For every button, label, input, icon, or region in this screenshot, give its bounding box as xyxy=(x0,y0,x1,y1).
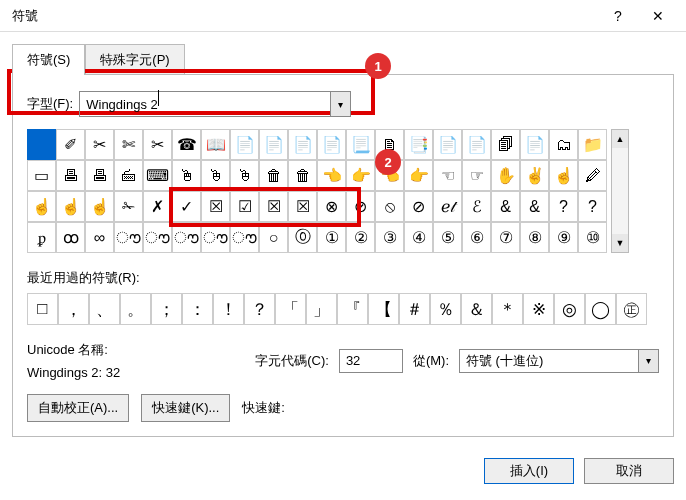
recent-symbol-cell[interactable]: ㊣ xyxy=(616,293,647,325)
symbol-cell[interactable]: 🖶 xyxy=(85,160,114,191)
symbol-cell[interactable]: ꝏ xyxy=(56,222,85,253)
from-select[interactable]: 符號 (十進位) ▾ xyxy=(459,349,659,373)
symbol-cell[interactable]: ☎ xyxy=(172,129,201,160)
symbol-cell[interactable]: ൗ xyxy=(230,222,259,253)
chevron-down-icon[interactable]: ▾ xyxy=(330,92,350,116)
symbol-cell[interactable]: ▭ xyxy=(27,160,56,191)
symbol-cell[interactable]: ൗ xyxy=(201,222,230,253)
recent-symbol-cell[interactable]: ＆ xyxy=(461,293,492,325)
symbol-cell[interactable]: ⌨ xyxy=(143,160,172,191)
scroll-track[interactable] xyxy=(612,148,628,234)
symbol-cell[interactable]: ⑥ xyxy=(462,222,491,253)
symbol-cell[interactable]: 👈 xyxy=(375,160,404,191)
recent-symbol-cell[interactable]: 。 xyxy=(120,293,151,325)
symbol-cell[interactable]: ⑦ xyxy=(491,222,520,253)
symbol-cell[interactable]: 👉 xyxy=(346,160,375,191)
cancel-button[interactable]: 取消 xyxy=(584,458,674,484)
symbol-cell[interactable]: ④ xyxy=(404,222,433,253)
symbol-cell[interactable]: ✋ xyxy=(491,160,520,191)
symbol-cell[interactable]: 👈 xyxy=(317,160,346,191)
symbol-cell[interactable]: & xyxy=(520,191,549,222)
symbol-cell[interactable]: ൗ xyxy=(143,222,172,253)
recent-symbol-cell[interactable]: ＊ xyxy=(492,293,523,325)
symbol-cell[interactable]: ☝ xyxy=(549,160,578,191)
symbol-cell[interactable]: ൗ xyxy=(172,222,201,253)
autocorrect-button[interactable]: 自動校正(A)... xyxy=(27,394,129,422)
symbol-cell[interactable]: ∞ xyxy=(85,222,114,253)
recent-symbol-cell[interactable]: ◯ xyxy=(585,293,616,325)
symbol-cell[interactable]: ✂ xyxy=(85,129,114,160)
symbol-cell[interactable]: ⑧ xyxy=(520,222,549,253)
symbol-cell[interactable]: ☒ xyxy=(288,191,317,222)
symbol-cell[interactable]: ✁ xyxy=(114,191,143,222)
symbol-cell[interactable]: 🖰 xyxy=(201,160,230,191)
char-code-input[interactable] xyxy=(339,349,403,373)
recent-symbol-cell[interactable]: ◎ xyxy=(554,293,585,325)
symbol-cell[interactable] xyxy=(27,129,56,160)
shortcut-key-button[interactable]: 快速鍵(K)... xyxy=(141,394,230,422)
tab-special-chars[interactable]: 特殊字元(P) xyxy=(85,44,184,75)
symbol-cell[interactable]: 👉 xyxy=(404,160,433,191)
symbol-cell[interactable]: & xyxy=(491,191,520,222)
symbol-cell[interactable]: ☝ xyxy=(56,191,85,222)
symbol-cell[interactable]: ✗ xyxy=(143,191,172,222)
recent-symbol-cell[interactable]: 」 xyxy=(306,293,337,325)
symbol-cell[interactable]: ᵱ xyxy=(27,222,56,253)
symbol-cell[interactable]: ② xyxy=(346,222,375,253)
symbol-cell[interactable]: ☒ xyxy=(259,191,288,222)
symbol-cell[interactable]: 📄 xyxy=(288,129,317,160)
symbol-cell[interactable]: ○ xyxy=(259,222,288,253)
symbol-cell[interactable]: 🖮 xyxy=(114,160,143,191)
recent-symbol-cell[interactable]: ， xyxy=(58,293,89,325)
scroll-down-icon[interactable]: ▼ xyxy=(612,234,628,252)
symbol-cell[interactable]: ൗ xyxy=(114,222,143,253)
symbol-cell[interactable]: ℯ𝓉 xyxy=(433,191,462,222)
font-select[interactable]: Wingdings 2 ▾ xyxy=(79,91,351,117)
recent-symbol-cell[interactable]: 、 xyxy=(89,293,120,325)
symbol-cell[interactable]: 📄 xyxy=(230,129,259,160)
symbol-cell[interactable]: ℰ xyxy=(462,191,491,222)
recent-symbol-cell[interactable]: 『 xyxy=(337,293,368,325)
symbol-cell[interactable]: 🖱 xyxy=(172,160,201,191)
symbol-cell[interactable]: ⊗ xyxy=(317,191,346,222)
symbol-cell[interactable]: 🗎 xyxy=(375,129,404,160)
symbol-cell[interactable]: ☝ xyxy=(27,191,56,222)
tab-symbols[interactable]: 符號(S) xyxy=(12,44,85,75)
chevron-down-icon[interactable]: ▾ xyxy=(638,350,658,372)
symbol-cell[interactable]: ⊘ xyxy=(404,191,433,222)
symbol-cell[interactable]: ⓪ xyxy=(288,222,317,253)
symbol-cell[interactable]: ⑤ xyxy=(433,222,462,253)
symbol-cell[interactable]: ✂ xyxy=(143,129,172,160)
symbol-cell[interactable]: 🗐 xyxy=(491,129,520,160)
symbol-cell[interactable]: ⑩ xyxy=(578,222,607,253)
symbol-cell[interactable]: ✌ xyxy=(520,160,549,191)
symbol-cell[interactable]: ⊘ xyxy=(346,191,375,222)
recent-symbol-cell[interactable]: ？ xyxy=(244,293,275,325)
symbol-cell[interactable]: ⦸ xyxy=(375,191,404,222)
symbol-cell[interactable]: 🗂 xyxy=(549,129,578,160)
symbol-cell[interactable]: ✄ xyxy=(114,129,143,160)
symbol-cell[interactable]: 🖰 xyxy=(230,160,259,191)
symbol-cell[interactable]: 📄 xyxy=(520,129,549,160)
symbol-cell[interactable]: ③ xyxy=(375,222,404,253)
symbol-cell[interactable]: 📄 xyxy=(433,129,462,160)
scrollbar[interactable]: ▲ ▼ xyxy=(611,129,629,253)
symbol-cell[interactable]: ☑ xyxy=(230,191,259,222)
symbol-cell[interactable]: ✓ xyxy=(172,191,201,222)
symbol-cell[interactable]: ⑨ xyxy=(549,222,578,253)
symbol-cell[interactable]: ? xyxy=(549,191,578,222)
recent-symbol-cell[interactable]: □ xyxy=(27,293,58,325)
symbol-cell[interactable]: ☝ xyxy=(85,191,114,222)
symbol-cell[interactable]: 🗑 xyxy=(259,160,288,191)
symbol-cell[interactable]: ☒ xyxy=(201,191,230,222)
recent-symbol-cell[interactable]: 「 xyxy=(275,293,306,325)
symbol-cell[interactable]: 📃 xyxy=(346,129,375,160)
symbol-cell[interactable]: ① xyxy=(317,222,346,253)
symbol-cell[interactable]: ✐ xyxy=(56,129,85,160)
symbol-cell[interactable]: 📁 xyxy=(578,129,607,160)
symbol-cell[interactable]: ? xyxy=(578,191,607,222)
symbol-cell[interactable]: 📖 xyxy=(201,129,230,160)
recent-symbol-cell[interactable]: ： xyxy=(182,293,213,325)
recent-symbol-cell[interactable]: ％ xyxy=(430,293,461,325)
symbol-cell[interactable]: 📑 xyxy=(404,129,433,160)
